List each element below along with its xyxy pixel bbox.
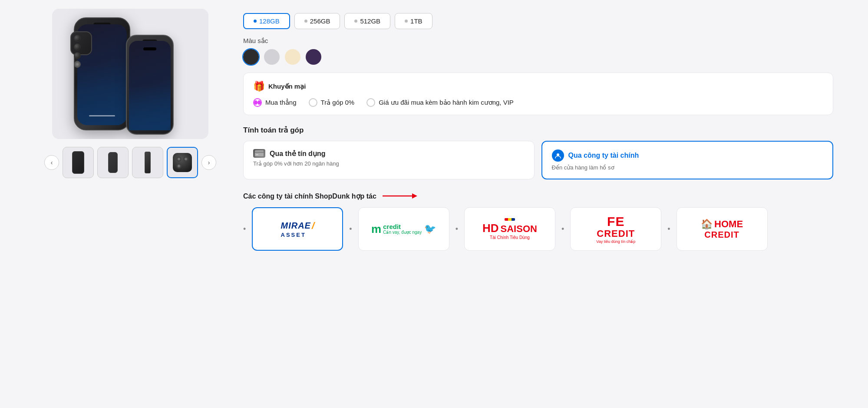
promo-label-0: Mua thẳng bbox=[265, 99, 297, 106]
homecredit-logo: 🏠 HOME CREDIT bbox=[701, 219, 743, 240]
promotions-box: 🎁 Khuyến mại Mua thẳng Trả góp 0% bbox=[243, 73, 833, 115]
installment-card-credit-header: Qua thẻ tín dụng bbox=[253, 149, 525, 158]
color-swatch-purple[interactable] bbox=[306, 49, 321, 65]
svg-rect-0 bbox=[255, 150, 264, 156]
installment-card-finance[interactable]: Qua công ty tài chính Đến cửa hàng làm h… bbox=[541, 141, 834, 179]
partner-logo-homecredit[interactable]: 🏠 HOME CREDIT bbox=[677, 207, 768, 251]
credit-card-icon bbox=[253, 149, 265, 158]
installment-credit-subtitle: Trả góp 0% với hơn 20 ngân hàng bbox=[253, 160, 525, 167]
fecredit-logo: FE CREDIT Vay tiêu dùng tín chấp bbox=[596, 214, 635, 243]
color-swatch-silver[interactable] bbox=[264, 49, 280, 65]
next-thumbnail-button[interactable]: › bbox=[201, 155, 216, 170]
iphone-body-2 bbox=[126, 35, 174, 135]
fe-subtext: Vay tiêu dùng tín chấp bbox=[596, 239, 635, 244]
finance-icon bbox=[552, 149, 564, 162]
promo-option-0[interactable]: Mua thẳng bbox=[253, 98, 297, 107]
arrow-right-icon bbox=[383, 192, 417, 200]
mirae-text: MIRAE bbox=[281, 221, 311, 231]
svg-marker-5 bbox=[412, 193, 417, 199]
installment-title: Tính toán trả góp bbox=[243, 126, 833, 135]
thumbnail-row: ‹ › bbox=[44, 147, 216, 178]
radio-mua-thang[interactable] bbox=[253, 98, 262, 107]
thumbnail-0[interactable] bbox=[63, 147, 94, 178]
installment-finance-title: Qua công ty tài chính bbox=[568, 152, 639, 159]
partner-dot-1: • bbox=[349, 225, 352, 234]
storage-btn-256gb[interactable]: 256GB bbox=[294, 13, 340, 29]
mcredit-text: credit bbox=[383, 223, 422, 231]
partners-logos: • MIRAE / ASSET • bbox=[243, 207, 833, 251]
radio-gia-uu-dai[interactable] bbox=[366, 98, 375, 107]
radio-tra-gop[interactable] bbox=[309, 98, 317, 107]
installment-cards: Qua thẻ tín dụng Trả góp 0% với hơn 20 n… bbox=[243, 141, 833, 179]
storage-btn-1tb[interactable]: 1TB bbox=[395, 13, 432, 29]
main-content: 🍎 bbox=[0, 0, 868, 259]
storage-dot-3 bbox=[405, 20, 408, 23]
storage-btn-128gb[interactable]: 128GB bbox=[243, 13, 290, 29]
hd-bar-yellow bbox=[508, 218, 512, 221]
storage-label-1: 256GB bbox=[310, 17, 330, 25]
product-main-image: 🍎 bbox=[52, 9, 208, 139]
storage-label-3: 1TB bbox=[410, 17, 422, 25]
hd-bar-red bbox=[505, 218, 508, 221]
phone-front bbox=[122, 26, 174, 135]
thumbnail-3[interactable] bbox=[167, 147, 198, 178]
color-swatch-black[interactable] bbox=[243, 49, 259, 65]
mirae-asset-text: ASSET bbox=[281, 232, 306, 238]
promo-option-2[interactable]: Giá ưu đãi mua kèm bảo hành kim cương, V… bbox=[366, 98, 514, 107]
promo-title: 🎁 Khuyến mại bbox=[253, 81, 823, 92]
hd-color-bar bbox=[505, 218, 515, 221]
mcredit-text-group: credit Cần vay, được ngay bbox=[383, 223, 422, 235]
homecredit-text: CREDIT bbox=[701, 230, 743, 240]
radio-inner-0 bbox=[254, 100, 257, 105]
promo-label-2: Giá ưu đãi mua kèm bảo hành kim cương, V… bbox=[379, 99, 514, 106]
storage-section: 128GB 256GB 512GB 1TB bbox=[243, 9, 833, 126]
product-image-section: 🍎 bbox=[35, 9, 226, 251]
thumbnail-1[interactable] bbox=[97, 147, 129, 178]
partner-logo-mcredit[interactable]: m credit Cần vay, được ngay 🐦 bbox=[358, 207, 449, 251]
camera-lens-3 bbox=[74, 52, 81, 59]
promo-options: Mua thẳng Trả góp 0% Giá ưu đãi mua kèm … bbox=[253, 98, 823, 107]
product-details-section: 128GB 256GB 512GB 1TB bbox=[243, 9, 833, 251]
credit-fe-text: CREDIT bbox=[596, 229, 635, 239]
saison-subtext: Tài Chính Tiêu Dùng bbox=[490, 235, 530, 240]
mcredit-m: m bbox=[371, 222, 381, 236]
partners-title-row: Các công ty tài chính ShopDunk hợp tác bbox=[243, 192, 833, 200]
partner-logo-mirae[interactable]: MIRAE / ASSET bbox=[252, 207, 343, 251]
hd-text: HD bbox=[482, 222, 499, 235]
hd-name-row: HD SAISON bbox=[482, 222, 537, 235]
promo-option-1[interactable]: Trả góp 0% bbox=[309, 98, 355, 107]
home-icon: 🏠 bbox=[701, 219, 713, 230]
storage-label-0: 128GB bbox=[259, 17, 280, 25]
installment-card-credit[interactable]: Qua thẻ tín dụng Trả góp 0% với hơn 20 n… bbox=[243, 141, 535, 179]
installment-card-finance-header: Qua công ty tài chính bbox=[552, 149, 823, 162]
color-swatch-gold[interactable] bbox=[285, 49, 300, 65]
thumb-camera-3 bbox=[173, 153, 192, 172]
thumb-phone-2 bbox=[145, 152, 151, 173]
partner-logo-fecredit[interactable]: FE CREDIT Vay tiêu dùng tín chấp bbox=[570, 207, 661, 251]
storage-options: 128GB 256GB 512GB 1TB bbox=[243, 13, 833, 29]
home-label: HOME bbox=[714, 219, 743, 230]
svg-rect-1 bbox=[255, 152, 264, 153]
mcredit-bird-icon: 🐦 bbox=[424, 223, 436, 235]
mirae-title: MIRAE / bbox=[281, 220, 315, 232]
saison-text: SAISON bbox=[501, 223, 537, 235]
color-label: Màu sắc bbox=[243, 37, 833, 45]
camera-flash bbox=[74, 61, 81, 68]
iphone-screen-2 bbox=[129, 41, 171, 130]
camera-lens-2 bbox=[74, 43, 81, 50]
partner-logo-hdsaison[interactable]: HD SAISON Tài Chính Tiêu Dùng bbox=[464, 207, 555, 251]
prev-thumbnail-button[interactable]: ‹ bbox=[44, 155, 59, 170]
storage-btn-512gb[interactable]: 512GB bbox=[344, 13, 390, 29]
home-text: 🏠 HOME bbox=[701, 219, 743, 230]
thumbnail-2[interactable] bbox=[132, 147, 163, 178]
svg-rect-2 bbox=[256, 154, 258, 155]
storage-dot-2 bbox=[354, 20, 357, 23]
storage-label-2: 512GB bbox=[360, 17, 380, 25]
camera-bump bbox=[70, 31, 92, 55]
mirae-slash: / bbox=[312, 220, 314, 232]
page-container: 🍎 bbox=[0, 0, 868, 408]
mcredit-sub: Cần vay, được ngay bbox=[383, 230, 422, 235]
color-section: Màu sắc bbox=[243, 37, 833, 65]
mirae-logo: MIRAE / ASSET bbox=[281, 220, 315, 238]
partner-dot-0: • bbox=[243, 225, 246, 234]
